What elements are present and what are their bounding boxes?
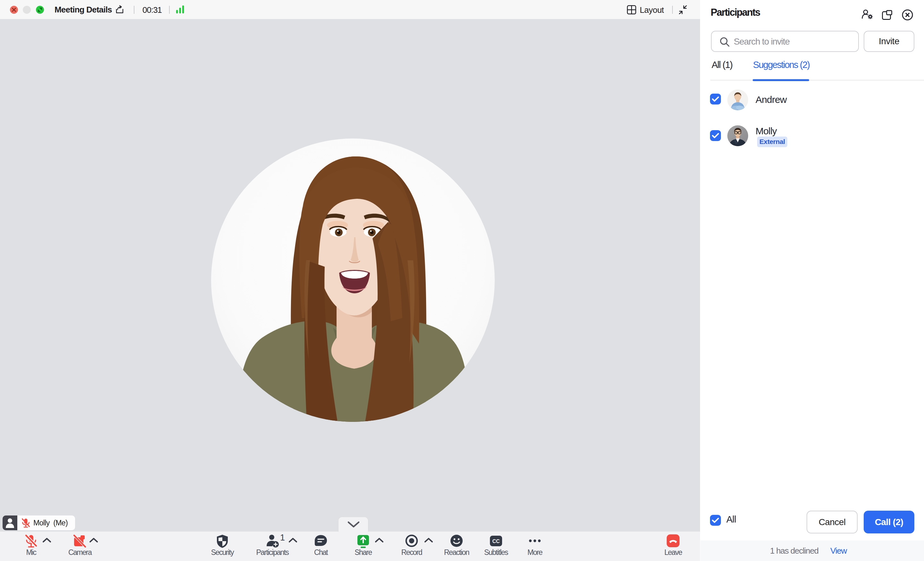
- svg-text:CC: CC: [492, 539, 500, 544]
